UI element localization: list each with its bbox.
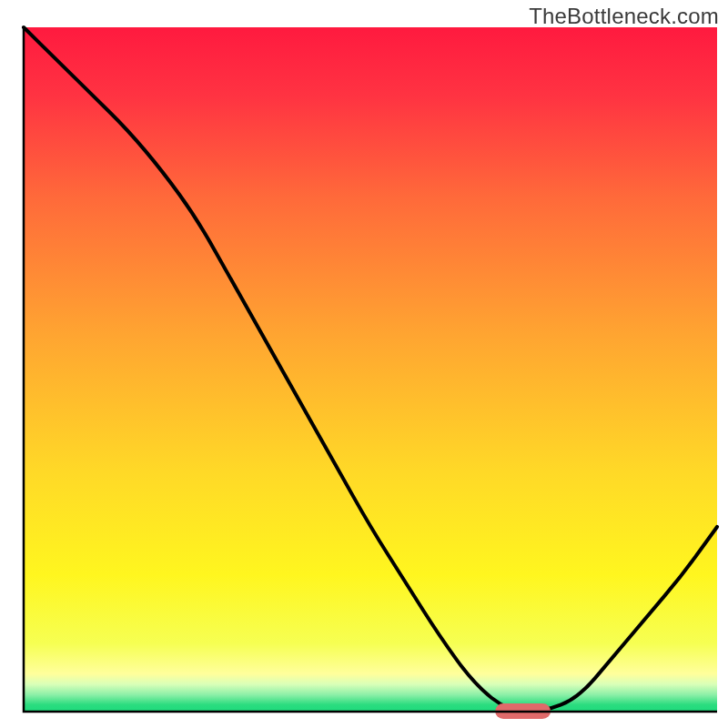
- chart-root: TheBottleneck.com: [0, 0, 728, 728]
- bottleneck-chart: [0, 0, 728, 728]
- watermark-text: TheBottleneck.com: [529, 4, 719, 29]
